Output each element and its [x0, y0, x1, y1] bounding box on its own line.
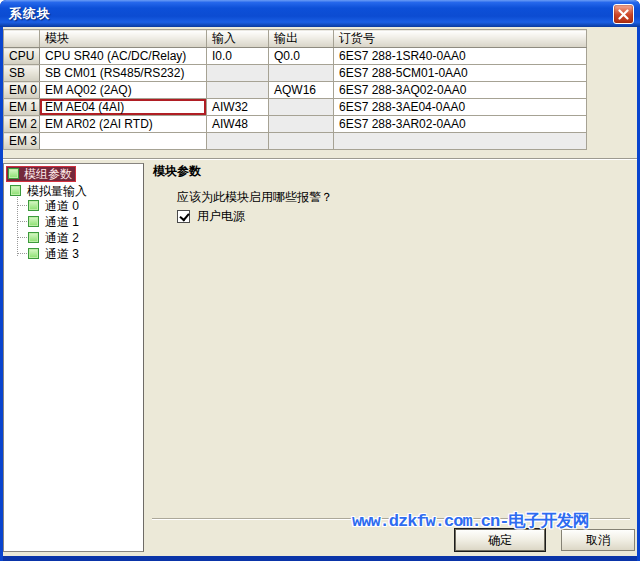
cell-order[interactable]	[334, 133, 587, 150]
cell-input[interactable]	[207, 82, 269, 99]
user-power-checkbox[interactable]	[177, 210, 190, 223]
tree-item-channel-2[interactable]: 通道 2	[28, 230, 81, 245]
col-header-output: 输出	[269, 30, 334, 48]
user-power-option[interactable]: 用户电源	[177, 208, 245, 225]
table-row: CPU CPU SR40 (AC/DC/Relay) I0.0 Q0.0 6ES…	[4, 48, 587, 65]
alarm-question-label: 应该为此模块启用哪些报警？	[177, 189, 333, 206]
tree-item-channel-1[interactable]: 通道 1	[28, 214, 81, 229]
cell-output[interactable]: AQW16	[269, 82, 334, 99]
cell-input[interactable]: I0.0	[207, 48, 269, 65]
table-row-selected: EM 1 EM AE04 (4AI) AIW32 6ES7 288-3AE04-…	[4, 99, 587, 116]
cell-input[interactable]	[207, 65, 269, 82]
tree-item-channel-3[interactable]: 通道 3	[28, 246, 81, 261]
module-icon	[8, 168, 19, 179]
cell-order[interactable]: 6ES7 288-5CM01-0AA0	[334, 65, 587, 82]
row-header-em0: EM 0	[4, 82, 40, 99]
module-icon	[28, 248, 39, 259]
module-table: 模块 输入 输出 订货号 CPU CPU SR40 (AC/DC/Relay) …	[3, 29, 587, 150]
cell-output[interactable]	[269, 133, 334, 150]
system-block-dialog: 系统块 模块 输入 输出 订货号 CPU CPU SR40 (AC/DC/Rel…	[0, 0, 640, 561]
cell-order[interactable]: 6ES7 288-3AQ02-0AA0	[334, 82, 587, 99]
table-row: EM 3	[4, 133, 587, 150]
cell-output[interactable]: Q0.0	[269, 48, 334, 65]
module-icon	[28, 232, 39, 243]
tree-item-channel-0[interactable]: 通道 0	[28, 198, 81, 213]
col-header-module: 模块	[40, 30, 207, 48]
col-header-input: 输入	[207, 30, 269, 48]
module-icon	[28, 200, 39, 211]
close-icon	[618, 9, 629, 20]
row-header-em2: EM 2	[4, 116, 40, 133]
cell-input[interactable]	[207, 133, 269, 150]
row-header-em3: EM 3	[4, 133, 40, 150]
col-header-order: 订货号	[334, 30, 587, 48]
row-header-em1: EM 1	[4, 99, 40, 116]
button-divider	[152, 518, 630, 520]
title-bar[interactable]: 系统块	[0, 0, 640, 27]
cell-output[interactable]	[269, 99, 334, 116]
table-row: SB SB CM01 (RS485/RS232) 6ES7 288-5CM01-…	[4, 65, 587, 82]
cell-input[interactable]: AIW48	[207, 116, 269, 133]
cell-module[interactable]	[40, 133, 207, 150]
cell-module[interactable]: EM AQ02 (2AQ)	[40, 82, 207, 99]
cell-order[interactable]: 6ES7 288-3AE04-0AA0	[334, 99, 587, 116]
close-button[interactable]	[613, 4, 634, 24]
table-row: EM 2 EM AR02 (2AI RTD) AIW48 6ES7 288-3A…	[4, 116, 587, 133]
table-header-row: 模块 输入 输出 订货号	[4, 30, 587, 48]
cell-module[interactable]: SB CM01 (RS485/RS232)	[40, 65, 207, 82]
tree-branch-line	[17, 194, 18, 256]
cancel-button[interactable]: 取消	[561, 529, 635, 551]
row-header-cpu: CPU	[4, 48, 40, 65]
cell-output[interactable]	[269, 116, 334, 133]
cell-module-selected[interactable]: EM AE04 (4AI)	[40, 99, 207, 116]
panel-heading: 模块参数	[153, 163, 201, 180]
window-title: 系统块	[0, 5, 51, 23]
user-power-label: 用户电源	[197, 208, 245, 225]
module-icon	[10, 185, 21, 196]
cell-order[interactable]: 6ES7 288-3AR02-0AA0	[334, 116, 587, 133]
tree-item-analog-input[interactable]: 模拟量输入	[10, 183, 89, 198]
section-divider	[3, 158, 637, 160]
config-tree: 模组参数 模拟量输入 通道 0 通道 1 通道 2 通道 3	[3, 163, 144, 552]
cell-module[interactable]: EM AR02 (2AI RTD)	[40, 116, 207, 133]
cell-order[interactable]: 6ES7 288-1SR40-0AA0	[334, 48, 587, 65]
table-row: EM 0 EM AQ02 (2AQ) AQW16 6ES7 288-3AQ02-…	[4, 82, 587, 99]
cell-input[interactable]: AIW32	[207, 99, 269, 116]
col-header-slot	[4, 30, 40, 48]
row-header-sb: SB	[4, 65, 40, 82]
cell-output[interactable]	[269, 65, 334, 82]
module-icon	[28, 216, 39, 227]
cell-module[interactable]: CPU SR40 (AC/DC/Relay)	[40, 48, 207, 65]
ok-button[interactable]: 确定	[455, 529, 545, 551]
tree-item-module-params[interactable]: 模组参数	[7, 166, 75, 181]
